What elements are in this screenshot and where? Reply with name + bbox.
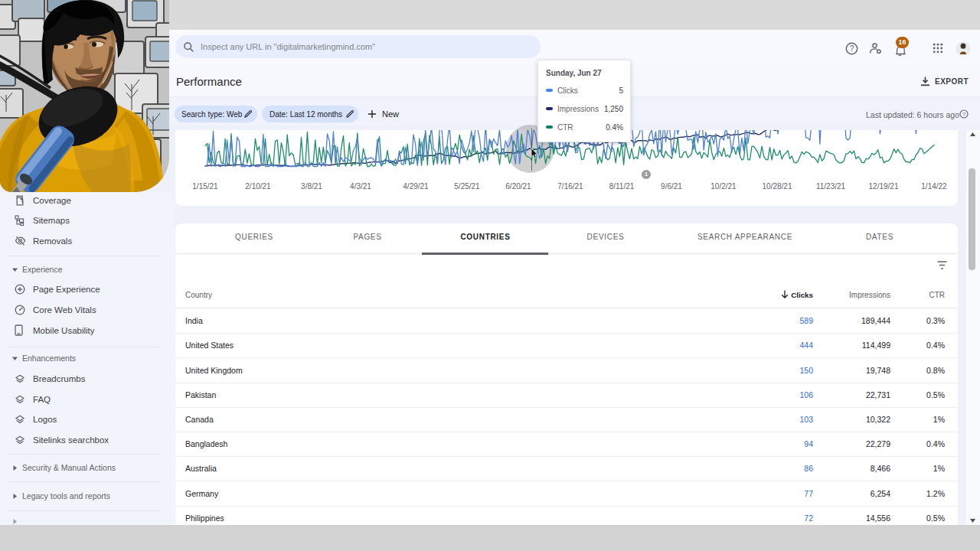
svg-text:?: ? bbox=[850, 44, 854, 53]
svg-text:?: ? bbox=[962, 111, 965, 118]
